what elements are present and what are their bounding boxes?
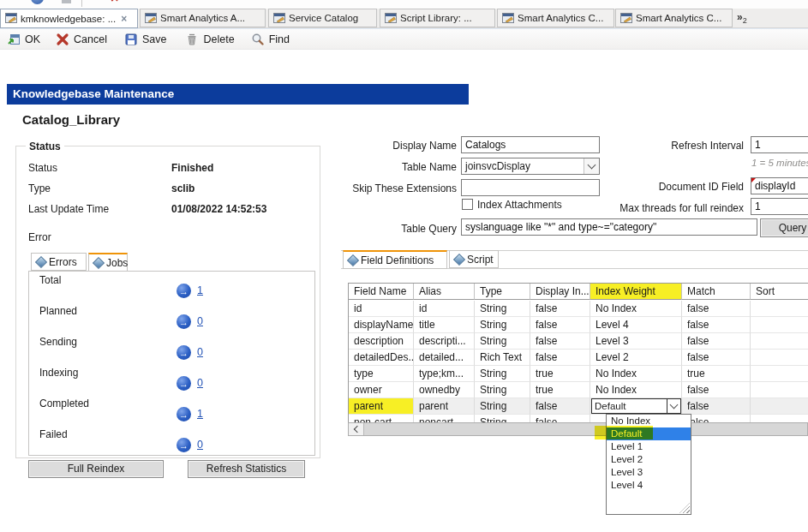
table-cell[interactable]: Level 4	[590, 317, 682, 333]
table-cell[interactable]: parent	[414, 398, 475, 415]
column-header[interactable]: Index Weight	[590, 284, 682, 300]
column-header[interactable]: Match	[682, 284, 751, 300]
job-count-link[interactable]: 1	[197, 284, 203, 296]
table-cell[interactable]: String	[475, 301, 530, 317]
column-header[interactable]: Display In...	[530, 284, 590, 300]
table-cell[interactable]: No Index	[590, 301, 682, 317]
table-cell[interactable]	[751, 366, 808, 382]
app-tab-3[interactable]: Script Library: ...	[380, 9, 495, 27]
dropdown-option[interactable]: No Index	[607, 415, 691, 427]
index-attachments-checkbox[interactable]	[462, 199, 473, 210]
document-id-field-input[interactable]	[751, 177, 808, 194]
table-cell[interactable]: false	[682, 301, 751, 317]
job-count-link[interactable]: 0	[197, 377, 203, 389]
arrow-circle-icon[interactable]: →	[177, 376, 191, 391]
table-cell[interactable]: descripti...	[414, 333, 475, 350]
table-name-combo[interactable]: joinsvcDisplay	[461, 158, 600, 175]
query-button[interactable]: Query	[760, 218, 808, 237]
table-query-input[interactable]	[461, 218, 757, 236]
column-header[interactable]: Field Name	[349, 284, 414, 300]
arrow-circle-icon[interactable]: →	[177, 284, 191, 298]
tab-errors[interactable]: Errors	[31, 253, 87, 271]
table-cell[interactable]: title	[414, 317, 475, 333]
refresh-statistics-button[interactable]: Refresh Statistics	[188, 460, 305, 478]
column-header[interactable]: Alias	[414, 284, 475, 300]
dropdown-option[interactable]: Default	[607, 427, 691, 440]
table-cell[interactable]: String	[475, 366, 530, 382]
table-cell[interactable]: ownedby	[414, 382, 475, 398]
table-cell[interactable]: displayName	[349, 317, 414, 333]
table-cell[interactable]: String	[475, 382, 530, 398]
table-cell[interactable]: Rich Text	[475, 350, 530, 366]
dropdown-option[interactable]: Level 2	[607, 453, 691, 466]
table-cell[interactable]: owner	[349, 382, 414, 398]
table-cell[interactable]: false	[682, 350, 751, 366]
table-cell[interactable]: false	[530, 333, 590, 350]
table-cell[interactable]: String	[475, 317, 530, 333]
table-cell[interactable]: id	[414, 301, 475, 317]
delete-button[interactable]: Delete	[185, 33, 234, 46]
save-button[interactable]: Save	[124, 33, 167, 46]
column-header[interactable]: Type	[475, 284, 530, 300]
dropdown-option[interactable]: Level 1	[607, 440, 691, 453]
scroll-left-button[interactable]	[349, 423, 364, 435]
job-count-link[interactable]: 0	[197, 439, 203, 451]
table-cell[interactable]	[751, 382, 808, 398]
column-header[interactable]: Sort	[751, 284, 808, 300]
cancel-button[interactable]: Cancel	[56, 33, 107, 46]
table-cell[interactable]: false	[682, 317, 751, 333]
table-cell[interactable]: String	[475, 333, 530, 350]
table-cell[interactable]: true	[530, 382, 590, 398]
arrow-circle-icon[interactable]: →	[177, 407, 191, 421]
table-cell[interactable]: No Index	[590, 382, 682, 398]
table-cell[interactable]: false	[530, 301, 590, 317]
table-cell[interactable]: true	[682, 366, 751, 382]
table-cell[interactable]: false	[530, 398, 590, 415]
app-tab-2[interactable]: Service Catalog	[268, 9, 377, 27]
arrow-circle-icon[interactable]: →	[177, 438, 191, 452]
table-cell[interactable]	[751, 350, 808, 366]
skip-extensions-input[interactable]	[461, 179, 600, 196]
tab-jobs[interactable]: Jobs	[88, 253, 128, 272]
tab-script[interactable]: Script	[449, 250, 499, 268]
table-cell[interactable]: parent	[349, 398, 414, 415]
app-tab-5[interactable]: Smart Analytics C...	[615, 9, 733, 27]
table-cell[interactable]: Level 3	[590, 333, 682, 350]
find-button[interactable]: Find	[251, 33, 290, 46]
full-reindex-button[interactable]: Full Reindex	[28, 460, 164, 478]
tab-field-definitions[interactable]: Field Definitions	[343, 250, 447, 269]
table-cell[interactable]: No Index	[590, 366, 682, 382]
dropdown-option[interactable]: Level 3	[607, 466, 691, 479]
horizontal-scrollbar[interactable]	[348, 422, 808, 436]
job-count-link[interactable]: 0	[197, 346, 203, 358]
table-cell[interactable]: true	[530, 366, 590, 382]
table-cell[interactable]: false	[682, 333, 751, 350]
app-tab-1[interactable]: Smart Analytics A...	[140, 9, 266, 27]
table-cell[interactable]: type;km...	[414, 366, 475, 382]
resize-grip[interactable]	[679, 503, 690, 513]
display-name-input[interactable]	[461, 136, 600, 153]
arrow-circle-icon[interactable]: →	[177, 314, 191, 329]
table-cell[interactable]: id	[349, 301, 414, 317]
app-tab-4[interactable]: Smart Analytics C...	[497, 9, 614, 27]
table-cell[interactable]	[751, 398, 808, 415]
tab-overflow-chevron[interactable]: »2	[737, 11, 747, 25]
table-cell[interactable]: detailed...	[414, 350, 475, 366]
index-weight-combo[interactable]: Default	[591, 398, 681, 414]
table-cell[interactable]: description	[349, 333, 414, 350]
table-cell[interactable]: type	[349, 366, 414, 382]
max-threads-input[interactable]	[751, 198, 808, 215]
chevron-down-icon[interactable]	[584, 158, 599, 174]
table-cell[interactable]: Level 2	[590, 350, 682, 366]
arrow-circle-icon[interactable]: →	[177, 345, 191, 360]
table-cell[interactable]: false	[682, 398, 751, 415]
table-cell[interactable]: false	[682, 382, 751, 398]
app-tab-0[interactable]: kmknowledgebase: ...×	[0, 9, 138, 28]
table-cell[interactable]	[751, 333, 808, 350]
job-count-link[interactable]: 1	[197, 408, 203, 420]
ok-button[interactable]: OK	[7, 33, 40, 46]
dropdown-option[interactable]: Level 4	[607, 479, 691, 492]
chevron-down-icon[interactable]	[667, 399, 680, 413]
table-cell[interactable]: detailedDes...	[349, 350, 414, 366]
table-cell[interactable]: false	[530, 317, 590, 333]
